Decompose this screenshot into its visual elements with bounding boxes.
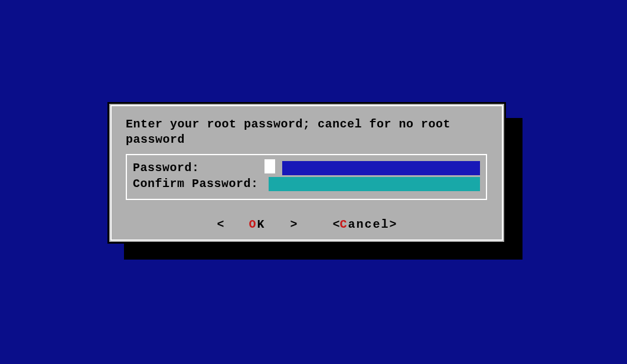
input-section: Password: Confirm Password: [126, 154, 487, 200]
bracket-close-icon: > [290, 218, 298, 231]
password-label: Password: [133, 161, 200, 175]
text-cursor-icon [264, 159, 275, 173]
confirm-password-input[interactable] [269, 177, 480, 191]
bracket-open-icon: < [333, 218, 340, 231]
button-bar: < OK > <Cancel> [109, 218, 504, 231]
confirm-password-label: Confirm Password: [133, 177, 259, 191]
cancel-label-rest: ancel [348, 218, 390, 231]
bracket-open-icon: < [217, 218, 224, 231]
ok-hotkey: O [249, 218, 257, 231]
cancel-hotkey: C [340, 218, 348, 231]
confirm-password-row: Confirm Password: [133, 176, 480, 192]
bracket-close-icon: > [390, 218, 397, 231]
ok-label-rest: K [257, 218, 265, 231]
password-dialog: Enter your root password; cancel for no … [107, 102, 506, 244]
password-row: Password: [133, 160, 480, 176]
dialog-prompt: Enter your root password; cancel for no … [126, 117, 481, 147]
password-input[interactable] [282, 161, 480, 175]
ok-button[interactable]: < OK > [217, 218, 297, 231]
cancel-button[interactable]: <Cancel> [333, 218, 397, 231]
